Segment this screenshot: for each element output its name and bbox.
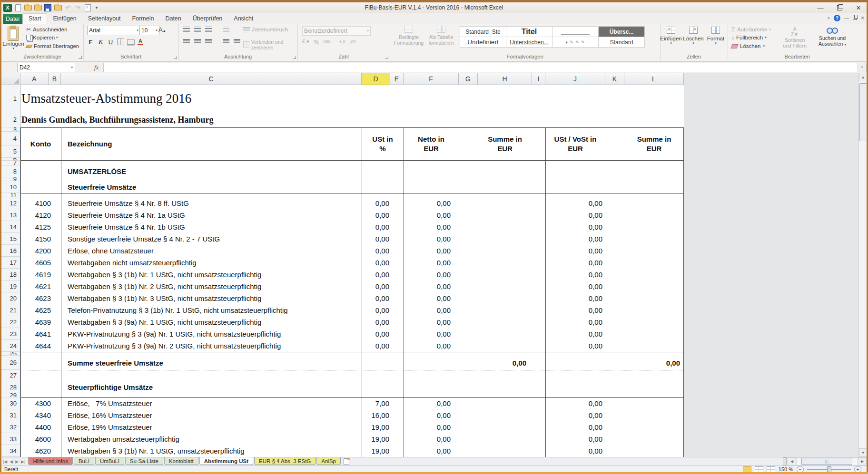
find-select-button[interactable]: Suchen undAuswählen ▾ — [814, 27, 850, 48]
cell-netto[interactable]: 0,00 — [404, 209, 459, 221]
row-header[interactable]: 9 — [0, 177, 20, 181]
cell-netto[interactable]: 0,00 — [404, 421, 459, 433]
name-box-dropdown-icon[interactable]: ▾ — [71, 66, 73, 69]
cell-konto[interactable]: 4400 — [20, 421, 61, 433]
row-header[interactable]: 24 — [0, 340, 20, 352]
cell-ust[interactable]: 0,00 — [362, 340, 404, 352]
column-header-i[interactable]: I — [532, 73, 545, 85]
format-painter-button[interactable]: Format übertragen — [26, 43, 79, 49]
cell-ust[interactable]: 7,00 — [362, 397, 404, 409]
vertical-scrollbar-thumb[interactable] — [859, 83, 867, 141]
row-header[interactable]: 2 — [0, 112, 20, 127]
bold-button[interactable]: F — [87, 39, 94, 46]
copy-button[interactable]: Kopieren ▾ — [26, 35, 58, 40]
help-icon[interactable]: ? — [834, 15, 840, 21]
scroll-down-icon[interactable]: ▼ — [859, 448, 867, 457]
cell-bezeichnung[interactable]: Wertabgaben umsatzsteuerpflichtig — [61, 433, 362, 445]
cell-ust[interactable]: 0,00 — [362, 292, 404, 304]
cell-netto[interactable]: 0,00 — [404, 433, 459, 445]
row-header[interactable]: 22 — [0, 316, 20, 328]
row-header[interactable]: 1 — [0, 85, 20, 112]
section-header-cell[interactable]: Steuerpflichtige Umsätze — [61, 381, 362, 393]
next-sheet-icon[interactable]: ▶ — [15, 459, 19, 464]
formula-input[interactable] — [103, 63, 858, 72]
cell-ust[interactable]: 0,00 — [362, 281, 404, 292]
row-header[interactable]: 28 — [0, 381, 20, 393]
restore-button[interactable] — [835, 5, 844, 12]
cell-ust[interactable]: 0,00 — [362, 221, 404, 233]
minimize-ribbon-icon[interactable]: ˄ — [828, 16, 830, 20]
cut-button[interactable]: ✂ Ausschneiden — [26, 26, 67, 33]
comma-format-icon[interactable]: 000 — [323, 39, 330, 44]
zoom-slider[interactable] — [807, 469, 851, 470]
cell-vost[interactable]: 0,00 — [545, 221, 605, 233]
cell-sum-ust[interactable]: 0,00 — [624, 356, 684, 370]
cell-konto[interactable]: 4120 — [20, 209, 61, 221]
cell-netto[interactable]: 0,00 — [404, 257, 459, 269]
sheet-subtitle-cell[interactable]: Dennis Gundlach, Buchführungsassistenz, … — [20, 112, 684, 127]
font-size-combo[interactable]: 10▾ — [139, 26, 159, 35]
row-header[interactable]: 26 — [0, 356, 20, 370]
cell-konto[interactable]: 4150 — [20, 233, 61, 245]
row-header[interactable]: 33 — [0, 433, 20, 445]
last-sheet-icon[interactable]: ▶| — [21, 459, 25, 464]
vertical-scrollbar[interactable]: ▲ ▼ — [858, 73, 867, 457]
header-bezeichnung[interactable]: Bezeichnung — [61, 127, 362, 160]
cell-konto[interactable]: 4605 — [20, 257, 61, 269]
cell-bezeichnung[interactable]: Wertabgaben § 3 (1b) Nr. 2 UStG, nicht u… — [61, 281, 362, 292]
wrap-text-button[interactable]: Zeilenumbruch — [243, 27, 288, 32]
row-header[interactable]: 31 — [0, 409, 20, 421]
row-header[interactable]: 30 — [0, 397, 20, 409]
cell-vost[interactable]: 0,00 — [545, 233, 605, 245]
conditional-formatting-button[interactable]: BedingteFormatierung — [394, 26, 424, 46]
style-standard-ste[interactable]: Standard_Ste — [460, 27, 506, 37]
column-header-h[interactable]: H — [478, 73, 532, 85]
cell-konto[interactable]: 4125 — [20, 221, 61, 233]
style-ueberschrift-selected[interactable]: Übersc... — [599, 27, 644, 37]
delete-cells-button[interactable]: Löschen ▾ — [682, 24, 704, 45]
row-header[interactable]: 25 — [0, 352, 20, 356]
tab-datei[interactable]: Datei — [3, 14, 22, 24]
cell-vost[interactable]: 0,00 — [545, 257, 605, 269]
align-middle-icon[interactable] — [194, 27, 201, 32]
workbook-close-icon[interactable]: × — [861, 15, 864, 21]
cell-konto[interactable]: 4600 — [20, 433, 61, 445]
currency-format-icon[interactable]: € ▾ — [302, 39, 309, 45]
tab-ueberpruefen[interactable]: Überprüfen — [187, 14, 228, 24]
cell-ust[interactable]: 0,00 — [362, 245, 404, 257]
row-header[interactable]: 27 — [0, 370, 20, 381]
row-header[interactable]: 18 — [0, 269, 20, 281]
cell-konto[interactable]: 4625 — [20, 304, 61, 316]
cell-ust[interactable]: 19,00 — [362, 433, 404, 445]
font-dialog-launcher-icon[interactable] — [174, 56, 177, 59]
column-header-k[interactable]: K — [605, 73, 624, 85]
sheet-tab-buli[interactable]: BuLi — [74, 457, 94, 465]
cell-konto[interactable]: 4200 — [20, 245, 61, 257]
cell-sum-netto[interactable]: 0,00 — [478, 356, 532, 370]
row-header[interactable]: 20 — [0, 292, 20, 304]
tab-seitenlayout[interactable]: Seitenlayout — [82, 14, 127, 24]
row-header[interactable]: 11 — [0, 193, 20, 197]
cell-vost[interactable]: 0,00 — [545, 245, 605, 257]
style-undefiniert[interactable]: Undefiniert — [460, 37, 506, 47]
cell-ust[interactable]: 0,00 — [362, 197, 404, 209]
tab-einfuegen[interactable]: Einfügen — [47, 14, 82, 24]
cell-vost[interactable]: 0,00 — [545, 409, 605, 421]
orientation-icon[interactable] — [223, 27, 229, 32]
format-cells-button[interactable]: Format ▾ — [705, 24, 727, 45]
cell-vost[interactable]: 0,00 — [545, 397, 605, 409]
cell-bezeichnung[interactable]: Telefon-Privatnutzung § 3 (1b) Nr. 1 USt… — [61, 304, 362, 316]
row-header[interactable]: 13 — [0, 209, 20, 221]
cell-bezeichnung[interactable]: Erlöse, ohne Umsatzsteuer — [61, 245, 362, 257]
name-box[interactable]: D42 ▾ — [17, 63, 75, 72]
column-header-f[interactable]: F — [404, 73, 459, 85]
cell-bezeichnung[interactable]: Wertabgaben nicht umsatzsteuerpflichtig — [61, 257, 362, 269]
cell-ust[interactable]: 0,00 — [362, 316, 404, 328]
row-header[interactable]: 23 — [0, 328, 20, 340]
insert-cells-button[interactable]: Einfügen ▾ — [660, 24, 682, 45]
paste-button[interactable]: Einfügen ▾ — [2, 25, 24, 50]
autosum-button[interactable]: Σ AutoSumme▾ — [731, 26, 771, 33]
cell-bezeichnung[interactable]: Erlöse, 19% Umsatzsteuer — [61, 421, 362, 433]
cell-netto[interactable]: 0,00 — [404, 328, 459, 340]
merge-center-button[interactable]: Verbinden und zentrieren — [243, 39, 297, 50]
